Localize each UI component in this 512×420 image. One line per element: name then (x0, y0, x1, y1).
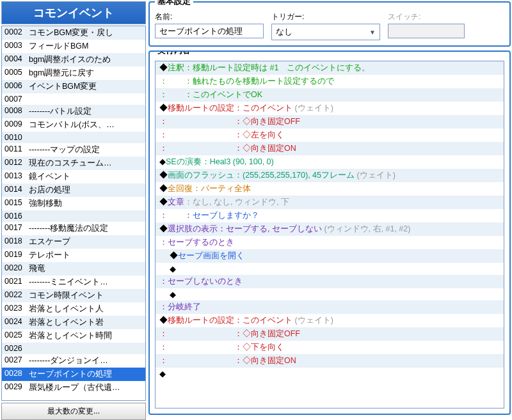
event-list-item[interactable]: 0005bgm調整元に戻す (2, 66, 145, 80)
event-id: 0018 (4, 237, 29, 247)
command-segment: 移動ルートの設定：このイベント (168, 104, 294, 113)
event-list-item[interactable]: 0023岩落としイベント人 (2, 302, 145, 316)
name-input[interactable] (155, 24, 264, 38)
trigger-select[interactable]: なし ▼ (271, 24, 380, 40)
event-label: 鏡イベント (29, 171, 70, 182)
command-segment: 文章 (168, 198, 184, 206)
command-segment: SEの演奏：Heal3 (90, 100, 0) (166, 157, 274, 166)
command-row[interactable]: ：セーブするのとき (156, 236, 504, 249)
command-row[interactable]: ：セーブしないのとき (156, 275, 504, 288)
event-list-item[interactable]: 0010 (2, 132, 145, 143)
event-label: フィールドBGM (29, 41, 88, 52)
event-list-item[interactable]: 0015強制移動 (2, 197, 145, 210)
event-list-item[interactable]: 0008--------バトル設定 (2, 105, 145, 118)
exec-title: 実行内容 (155, 51, 193, 56)
command-row[interactable]: ◆文章：なし, なし, ウィンドウ, 下 (156, 196, 504, 209)
event-id: 0023 (4, 304, 29, 315)
command-segment: ◆ (159, 63, 168, 72)
command-segment: ：なし, なし, ウィンドウ, 下 (184, 198, 289, 206)
event-id: 0004 (4, 54, 29, 65)
command-segment: ：セーブするのとき (159, 238, 234, 247)
event-list-item[interactable]: 0021--------ミニイベント… (2, 276, 145, 289)
command-row[interactable]: ◆画面のフラッシュ：(255,255,255,170), 45フレーム (ウェイ… (156, 169, 504, 182)
event-list-item[interactable]: 0024岩落としイベント岩 (2, 316, 145, 329)
event-list-item[interactable]: 0007 (2, 93, 145, 105)
command-row[interactable]: ◆セーブ画面を開く (156, 249, 504, 263)
event-list-item[interactable]: 0006イベントBGM変更 (2, 80, 145, 93)
command-row[interactable]: ： ：◇向き固定OFF (156, 115, 504, 128)
event-list-item[interactable]: 0009コモンバトル(ボス、… (2, 118, 145, 132)
event-list-item[interactable]: 0011--------マップの設定 (2, 143, 145, 157)
command-row[interactable]: ： ：◇向き固定OFF (156, 327, 504, 341)
command-row[interactable]: ： ：セーブしますか？ (156, 209, 504, 222)
event-id: 0009 (4, 120, 29, 130)
event-id: 0013 (4, 171, 29, 182)
basic-settings-title: 基本設定 (155, 0, 193, 7)
command-segment: (ウェイト) (294, 316, 333, 325)
command-row[interactable]: ◆全回復：パーティ全体 (156, 182, 504, 196)
event-id: 0026 (4, 344, 29, 353)
command-segment: 選択肢の表示：セーブする, セーブしない (168, 224, 324, 233)
event-list-item[interactable]: 0020飛竜 (2, 262, 145, 276)
event-list-item[interactable]: 0025岩落としイベント時間 (2, 329, 145, 343)
chevron-down-icon: ▼ (369, 29, 376, 36)
switch-input (388, 24, 465, 38)
event-list-item[interactable]: 0013鏡イベント (2, 170, 145, 183)
change-max-button[interactable]: 最大数の変更... (1, 403, 146, 420)
command-segment: (ウィンドウ, 右, #1, #2) (324, 224, 410, 233)
event-list-item[interactable]: 0029蜃気楼ループ（古代遺… (2, 381, 145, 394)
event-label: コモンBGM変更・戻し (29, 27, 113, 38)
command-row[interactable]: ： ：触れたものを移動ルート設定するので (156, 75, 504, 88)
event-id: 0020 (4, 263, 29, 274)
event-list-item[interactable]: 0003フィールドBGM (2, 40, 145, 53)
command-list[interactable]: ◆注釈：移動ルート設定時は #1 このイベントにする。： ：触れたものを移動ルー… (155, 61, 504, 408)
event-list-item[interactable]: 0027--------ダンジョンイ… (2, 354, 145, 368)
event-list-item[interactable]: 0018エスケープ (2, 235, 145, 249)
event-list-item[interactable]: 0026 (2, 343, 145, 354)
event-list-item[interactable]: 0022コモン時限イベント (2, 289, 145, 302)
command-row[interactable]: ◆移動ルートの設定：このイベント (ウェイト) (156, 102, 504, 115)
command-row[interactable]: ： ：このイベントでOK (156, 88, 504, 102)
event-label: セーブポイントの処理 (29, 369, 112, 380)
command-segment: ◆ (159, 171, 168, 180)
command-segment: 注釈：移動ルート設定時は #1 このイベントにする。 (168, 63, 370, 72)
event-label: 現在のコスチューム… (29, 158, 112, 169)
event-label: 岩落としイベント岩 (29, 317, 104, 328)
event-id: 0029 (4, 382, 29, 393)
event-list-item[interactable]: 0017--------移動魔法の設定 (2, 222, 145, 235)
command-row[interactable]: ： ：◇向き固定ON (156, 142, 504, 155)
command-segment: セーブしますか？ (193, 211, 259, 220)
event-list-item[interactable]: 0004bgm調整ボイスのため (2, 53, 145, 66)
event-list-item[interactable]: 0019テレポート (2, 249, 145, 262)
command-segment: ： ：◇向き固定OFF (159, 117, 300, 126)
command-row[interactable]: ◆ (156, 263, 504, 275)
command-row[interactable]: ◆選択肢の表示：セーブする, セーブしない (ウィンドウ, 右, #1, #2) (156, 222, 504, 236)
event-id: 0011 (4, 144, 29, 155)
command-row[interactable]: ◆ (156, 368, 504, 380)
event-label: --------バトル設定 (29, 106, 92, 117)
command-row[interactable]: ： ：◇向き固定ON (156, 354, 504, 368)
event-list[interactable]: 0002コモンBGM変更・戻し0003フィールドBGM0004bgm調整ボイスの… (1, 26, 146, 401)
command-row[interactable]: ： ：◇左を向く (156, 128, 504, 142)
command-segment: ◆ (170, 265, 176, 274)
command-row[interactable]: ◆SEの演奏：Heal3 (90, 100, 0) (156, 155, 504, 169)
command-segment: 画面のフラッシュ：(255,255,255,170), 45フレーム (168, 171, 357, 180)
command-segment: 移動ルートの設定：このイベント (168, 316, 294, 325)
event-list-item[interactable]: 0002コモンBGM変更・戻し (2, 26, 145, 40)
event-list-item[interactable]: 0016 (2, 210, 145, 222)
command-row[interactable]: ： ：◇下を向く (156, 341, 504, 354)
event-list-item[interactable]: 0012現在のコスチューム… (2, 157, 145, 170)
event-label: コモン時限イベント (29, 290, 104, 301)
command-row[interactable]: ◆ (156, 288, 504, 300)
command-row[interactable]: ：分岐終了 (156, 300, 504, 314)
command-row[interactable]: ◆注釈：移動ルート設定時は #1 このイベントにする。 (156, 61, 504, 75)
sidebar-title: コモンイベント (1, 1, 146, 24)
command-row[interactable]: ◆移動ルートの設定：このイベント (ウェイト) (156, 314, 504, 327)
event-list-item[interactable]: 0014お店の処理 (2, 183, 145, 197)
event-id: 0025 (4, 331, 29, 341)
event-label: イベントBGM変更 (29, 81, 97, 92)
event-list-item[interactable]: 0028セーブポイントの処理 (2, 368, 145, 381)
event-id: 0005 (4, 68, 29, 79)
event-id: 0015 (4, 198, 29, 209)
event-id: 0021 (4, 277, 29, 288)
